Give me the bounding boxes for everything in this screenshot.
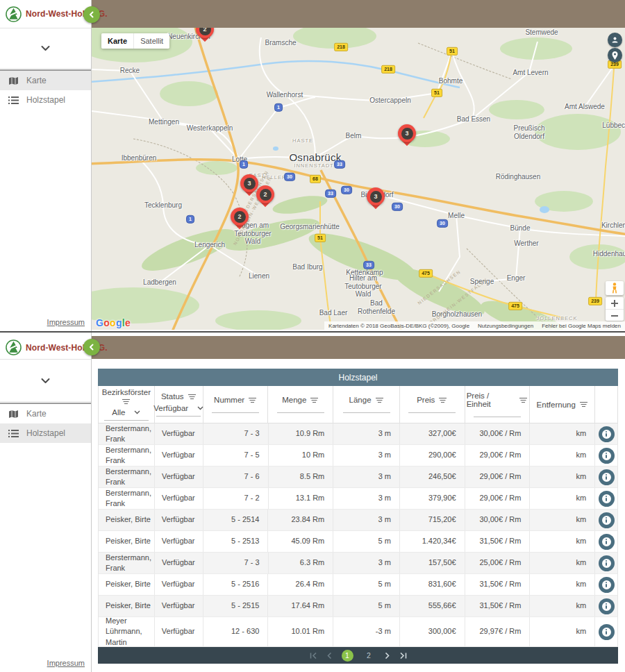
filter-input-preis-einheit[interactable] <box>474 417 521 417</box>
filter-value: Alle <box>112 408 125 417</box>
cell-preis-einheit: 31,50€ / Rm <box>465 596 531 616</box>
list-icon <box>8 96 19 104</box>
first-page-button[interactable] <box>310 653 317 659</box>
row-info-button[interactable] <box>599 555 615 571</box>
prev-page-button[interactable] <box>327 653 332 659</box>
collapse-sidebar-button[interactable] <box>83 6 100 23</box>
column-header-menge[interactable]: Menge <box>268 386 333 423</box>
cell-preis-einheit: 25,00€ / Rm <box>465 553 531 573</box>
nutzungsbedingungen-link[interactable]: Nutzungsbedingungen <box>478 323 533 329</box>
column-header-bezirksf-rster[interactable]: BezirksförsterAlle <box>99 386 155 423</box>
map-type-karte-button[interactable]: Karte <box>101 33 133 49</box>
cell-bezirksf-rster: Berstermann, Frank <box>99 423 155 444</box>
map-city-label: Bad Laer <box>319 309 348 317</box>
cell-preis: 300,00€ <box>400 617 465 646</box>
map-marker[interactable]: 3 <box>398 124 416 148</box>
sort-icon[interactable] <box>122 398 131 405</box>
impressum-link[interactable]: Impressum <box>47 659 85 667</box>
sort-icon[interactable] <box>579 401 588 408</box>
filter-input-menge[interactable] <box>277 412 324 413</box>
map-city-label: Enger <box>507 274 526 283</box>
row-info-button[interactable] <box>599 512 615 528</box>
column-header-entfernung[interactable]: Entfernung <box>530 386 595 423</box>
map-marker[interactable]: 3 <box>367 187 385 211</box>
map-type-satellit-button[interactable]: Satellit <box>133 33 169 49</box>
cell-actions <box>595 574 617 595</box>
collapse-sidebar-button[interactable] <box>83 339 100 355</box>
column-header-nummer[interactable]: Nummer <box>203 386 269 423</box>
sidebar-item-karte[interactable]: Karte <box>0 71 91 90</box>
filter-dropdown-bezirksf-rster[interactable]: Alle <box>112 408 140 417</box>
row-info-button[interactable] <box>599 624 615 640</box>
info-icon <box>602 430 611 439</box>
cell-actions <box>595 617 617 646</box>
info-icon <box>602 494 611 503</box>
cell-menge: 10 Rm <box>269 445 334 466</box>
table-row: Berstermann, FrankVerfügbar7 - 310.9 Rm3… <box>99 423 617 445</box>
filter-input-nummer[interactable] <box>212 412 259 413</box>
road-badge: 1 <box>274 103 283 112</box>
locate-button[interactable] <box>608 48 622 62</box>
table-header-row: BezirksförsterAlleStatusVerfügbarNummerM… <box>98 386 618 423</box>
cell-entfernung: km <box>530 531 595 552</box>
filter-input-l-nge[interactable] <box>343 412 390 413</box>
sidebar-accordion-toggle[interactable] <box>0 28 91 69</box>
row-info-button[interactable] <box>599 491 615 507</box>
sort-icon[interactable] <box>310 397 319 403</box>
sidebar-item-karte[interactable]: Karte <box>0 404 91 423</box>
sort-icon[interactable] <box>188 394 197 400</box>
zoom-in-button[interactable] <box>606 297 624 309</box>
column-header-preis[interactable]: Preis <box>400 386 465 423</box>
map-marker[interactable]: 2 <box>196 28 214 44</box>
maps-feedback-link[interactable]: Fehler bei Google Maps melden <box>542 323 621 329</box>
cell-l-nge: -3 m <box>333 617 400 646</box>
pegman-control[interactable] <box>606 281 624 295</box>
impressum-link[interactable]: Impressum <box>47 318 85 326</box>
last-page-button[interactable] <box>399 653 407 659</box>
cell-actions <box>595 488 617 509</box>
map-marker[interactable]: 2 <box>256 185 274 209</box>
map[interactable]: NeuenkirchenBramscheStemwedeReckeBohmteA… <box>92 28 625 330</box>
row-info-button[interactable] <box>599 577 615 593</box>
brand-logo-icon <box>5 339 22 356</box>
cell-bezirksf-rster: Berstermann, Frank <box>99 445 155 466</box>
zoom-out-button[interactable] <box>606 309 624 321</box>
account-button[interactable] <box>608 33 622 47</box>
page-button-2[interactable]: 2 <box>363 650 375 662</box>
map-overlays: NeuenkirchenBramscheStemwedeReckeBohmteA… <box>92 28 625 330</box>
cell-l-nge: 5 m <box>333 531 400 552</box>
map-marker[interactable]: 2 <box>231 208 249 231</box>
sort-icon[interactable] <box>375 397 384 403</box>
filter-underline <box>104 420 149 421</box>
brand-logo-icon <box>5 6 22 23</box>
sort-icon[interactable] <box>438 397 447 403</box>
cell-status: Verfügbar <box>155 617 203 646</box>
map-city-label: Westerkappeln <box>187 124 233 133</box>
info-icon <box>602 473 611 482</box>
column-header-preis-einheit[interactable]: Preis / Einheit <box>465 386 531 423</box>
filter-dropdown-status[interactable]: Verfügbar <box>153 404 203 412</box>
marker-head-icon: 2 <box>256 185 274 203</box>
row-info-button[interactable] <box>599 598 615 614</box>
column-header-l-nge[interactable]: Länge <box>333 386 400 423</box>
row-info-button[interactable] <box>599 426 615 442</box>
filter-input-preis[interactable] <box>408 412 456 413</box>
cell-nummer: 5 - 2515 <box>203 596 269 616</box>
map-city-label: Melle <box>448 212 465 220</box>
sort-icon[interactable] <box>519 397 528 403</box>
google-logo: Google <box>96 317 131 328</box>
page-button-1[interactable]: 1 <box>342 650 353 662</box>
row-info-button[interactable] <box>599 534 615 550</box>
row-info-button[interactable] <box>599 448 615 464</box>
sidebar-accordion-toggle[interactable] <box>0 360 91 402</box>
next-page-button[interactable] <box>385 653 390 659</box>
sort-icon[interactable] <box>248 397 257 403</box>
map-icon <box>8 410 19 419</box>
cell-status: Verfügbar <box>155 596 203 616</box>
row-info-button[interactable] <box>599 469 615 485</box>
sidebar-item-holzstapel[interactable]: Holzstapel <box>0 90 91 110</box>
cell-preis: 157,50€ <box>400 553 465 573</box>
cell-preis: 715,20€ <box>400 510 465 530</box>
column-header-status[interactable]: StatusVerfügbar <box>155 386 203 423</box>
sidebar-item-holzstapel[interactable]: Holzstapel <box>0 423 91 443</box>
